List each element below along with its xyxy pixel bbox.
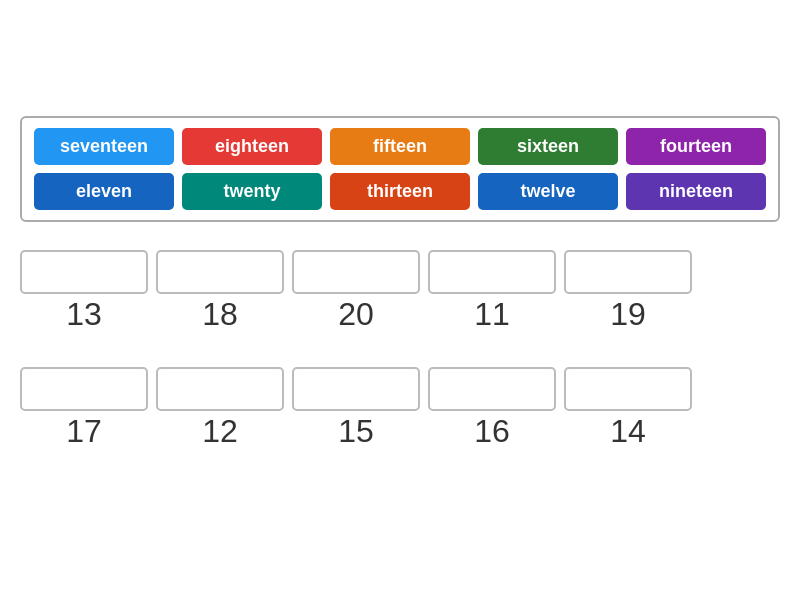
drop-box-19[interactable] [564, 250, 692, 294]
number-16: 16 [428, 413, 556, 450]
drop-box-15[interactable] [292, 367, 420, 411]
number-12: 12 [156, 413, 284, 450]
drop-section-2: 17 12 15 16 14 [20, 367, 780, 474]
chip-seventeen[interactable]: seventeen [34, 128, 174, 165]
chip-sixteen[interactable]: sixteen [478, 128, 618, 165]
drop-boxes-row-2 [20, 367, 780, 411]
number-13: 13 [20, 296, 148, 333]
drop-box-14[interactable] [564, 367, 692, 411]
number-14: 14 [564, 413, 692, 450]
drop-box-16[interactable] [428, 367, 556, 411]
drop-boxes-row-1 [20, 250, 780, 294]
chip-eighteen[interactable]: eighteen [182, 128, 322, 165]
drop-box-13[interactable] [20, 250, 148, 294]
drop-box-12[interactable] [156, 367, 284, 411]
drop-box-18[interactable] [156, 250, 284, 294]
chip-fifteen[interactable]: fifteen [330, 128, 470, 165]
chip-twenty[interactable]: twenty [182, 173, 322, 210]
drop-box-11[interactable] [428, 250, 556, 294]
number-17: 17 [20, 413, 148, 450]
number-row-1: 13 18 20 11 19 [20, 296, 780, 333]
number-row-2: 17 12 15 16 14 [20, 413, 780, 450]
word-bank: seventeen eighteen fifteen sixteen fourt… [20, 116, 780, 222]
number-15: 15 [292, 413, 420, 450]
chip-fourteen[interactable]: fourteen [626, 128, 766, 165]
chip-thirteen[interactable]: thirteen [330, 173, 470, 210]
main-container: seventeen eighteen fifteen sixteen fourt… [20, 116, 780, 484]
number-18: 18 [156, 296, 284, 333]
word-bank-row-1: seventeen eighteen fifteen sixteen fourt… [34, 128, 766, 165]
word-bank-row-2: eleven twenty thirteen twelve nineteen [34, 173, 766, 210]
number-11: 11 [428, 296, 556, 333]
chip-nineteen[interactable]: nineteen [626, 173, 766, 210]
number-20: 20 [292, 296, 420, 333]
chip-eleven[interactable]: eleven [34, 173, 174, 210]
drop-box-20[interactable] [292, 250, 420, 294]
drop-box-17[interactable] [20, 367, 148, 411]
number-19: 19 [564, 296, 692, 333]
drop-section-1: 13 18 20 11 19 [20, 250, 780, 357]
chip-twelve[interactable]: twelve [478, 173, 618, 210]
